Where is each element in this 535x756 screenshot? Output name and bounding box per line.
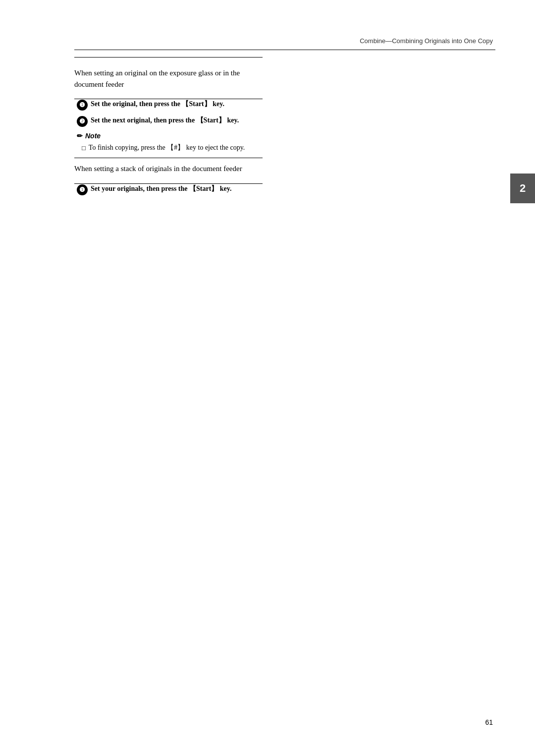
section2-step1-number: ❶	[77, 184, 88, 195]
note-text: To finish copying, press the 【#】 key to …	[89, 143, 245, 153]
step2-number: ❷	[77, 116, 88, 127]
section2: When setting a stack of originals in the…	[74, 158, 263, 195]
note-bullet: □	[82, 144, 86, 153]
section1-top-divider	[74, 57, 263, 58]
section2-step1: ❶ Set your originals, then press the 【St…	[77, 184, 263, 195]
section2-step1-text: Set your originals, then press the 【Star…	[91, 184, 232, 194]
section1-step1: ❶ Set the original, then press the 【Star…	[77, 99, 263, 111]
note-label: Note	[85, 132, 101, 140]
note-title: ✏ Note	[77, 132, 263, 140]
step2-text: Set the next original, then press the 【S…	[91, 116, 239, 125]
section1-steps: ❶ Set the original, then press the 【Star…	[74, 99, 263, 127]
section1-heading: When setting an original on the exposure…	[74, 62, 263, 94]
content-area: When setting an original on the exposure…	[74, 57, 263, 200]
chapter-number: 2	[520, 182, 526, 195]
section1-step2: ❷ Set the next original, then press the …	[77, 116, 263, 127]
header-title: Combine—Combining Originals into One Cop…	[360, 37, 493, 45]
note-icon: ✏	[77, 132, 83, 140]
section2-steps: ❶ Set your originals, then press the 【St…	[74, 184, 263, 195]
page-container: Combine—Combining Originals into One Cop…	[0, 0, 535, 756]
page-number: 61	[485, 718, 493, 726]
section2-heading: When setting a stack of originals in the…	[74, 158, 263, 178]
chapter-tab: 2	[510, 174, 535, 203]
header-line	[74, 50, 495, 50]
step1-number: ❶	[77, 100, 88, 111]
step1-text: Set the original, then press the 【Start】…	[91, 99, 224, 109]
note-section: ✏ Note □ To finish copying, press the 【#…	[77, 132, 263, 153]
note-item1: □ To finish copying, press the 【#】 key t…	[77, 143, 263, 153]
